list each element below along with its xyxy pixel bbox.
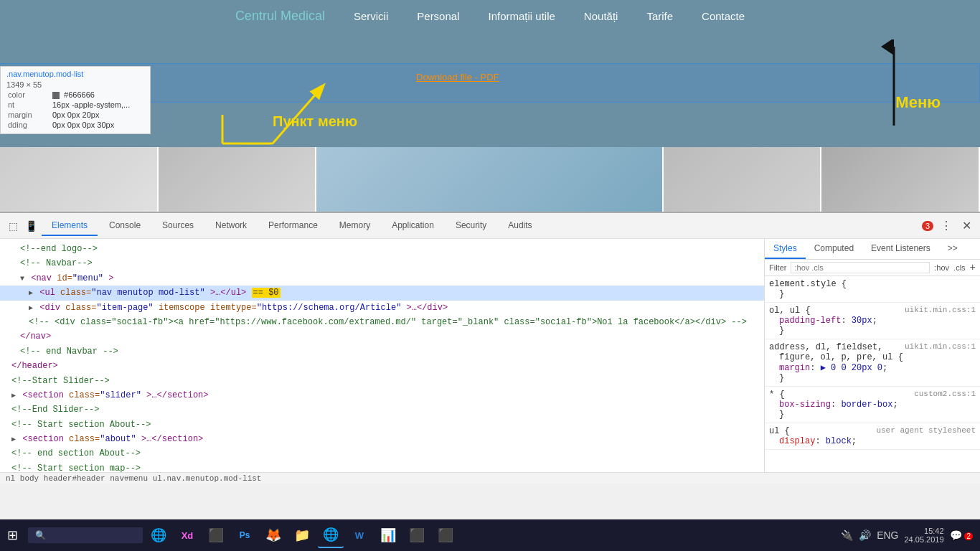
padding-value: 0px 0px 0px 30px xyxy=(52,121,130,129)
nav-item-servicii[interactable]: Servicii xyxy=(354,10,388,22)
tab-audits[interactable]: Audits xyxy=(498,216,542,236)
html-comment-navbar[interactable]: <!-- Navbar--> xyxy=(0,256,764,270)
html-comment-end-navbar[interactable]: <!-- end Navbar --> xyxy=(0,344,764,359)
taskbar-app-other[interactable]: ⬛ xyxy=(433,522,458,548)
inspect-icon[interactable]: ⬚ xyxy=(6,219,21,233)
taskbar-app-firefox[interactable]: 🦊 xyxy=(260,522,286,548)
devtools-main: <!--end logo--> <!-- Navbar--> <nav id="… xyxy=(0,239,980,472)
html-nav-close[interactable]: </nav> xyxy=(0,329,764,344)
taskbar-app-excel[interactable]: 📊 xyxy=(375,522,401,548)
style-rule-element: element.style { } xyxy=(765,276,980,303)
taskbar-app-xd[interactable]: Xd xyxy=(174,522,200,548)
slider-triangle[interactable] xyxy=(11,392,16,400)
slider-image-1 xyxy=(0,147,159,212)
style-prop-padding-left: padding-left: 30px; xyxy=(769,316,976,326)
nav-item-contacte[interactable]: Contacte xyxy=(702,10,745,22)
cls-button[interactable]: .cls xyxy=(953,263,966,272)
taskbar-notification-icon[interactable]: 💬 2 xyxy=(950,529,973,541)
slider-image-3 xyxy=(664,147,822,212)
annotation-punkt-menu: Пункт меню xyxy=(273,113,357,130)
styles-tab-more[interactable]: >> xyxy=(939,239,966,259)
taskbar-network-icon[interactable]: 🔌 xyxy=(841,529,853,541)
svg-line-0 xyxy=(273,86,323,143)
taskbar-lang-icon[interactable]: ENG xyxy=(877,529,898,541)
taskbar-app-files[interactable]: 📁 xyxy=(289,522,315,548)
taskbar-search-input[interactable] xyxy=(28,527,143,543)
nav-item-personal[interactable]: Personal xyxy=(417,10,459,22)
taskbar-app-chrome[interactable]: 🌐 xyxy=(318,522,344,548)
html-comment-end-about[interactable]: <!-- end section About--> xyxy=(0,446,764,461)
font-label: nt xyxy=(8,100,51,109)
styles-tab-event-listeners[interactable]: Event Listeners xyxy=(862,239,939,259)
tab-performance[interactable]: Performance xyxy=(258,216,328,236)
tab-application[interactable]: Application xyxy=(382,216,444,236)
html-ul-selected[interactable]: <ul class="nav menutop mod-list" >…</ul>… xyxy=(0,286,764,300)
website-slider xyxy=(0,147,980,212)
style-prop-margin: margin: ▶ 0 0 20px 0; xyxy=(769,362,976,373)
taskbar-app-calc[interactable]: ⬛ xyxy=(203,522,229,548)
taskbar-app-edge[interactable]: 🌐 xyxy=(146,522,171,548)
element-selector: .nav.menutop.mod-list xyxy=(6,70,144,78)
html-comment-end-logo[interactable]: <!--end logo--> xyxy=(0,242,764,256)
taskbar-volume-icon[interactable]: 🔊 xyxy=(859,529,871,541)
style-source-uikit1[interactable]: uikit.min.css:1 xyxy=(905,306,976,314)
hov-button[interactable]: :hov xyxy=(934,263,949,272)
tab-memory[interactable]: Memory xyxy=(329,216,380,236)
more-options-icon[interactable]: ⋮ xyxy=(938,217,955,234)
html-comment-start-slider[interactable]: <!--Start Slider--> xyxy=(0,374,764,388)
style-source-custom2[interactable]: custom2.css:1 xyxy=(914,390,976,398)
style-rule-ul-agent: ul { user agent stylesheet display: bloc… xyxy=(765,423,980,450)
html-nav-open[interactable]: <nav id="menu" > xyxy=(0,271,764,286)
nav-item-noutati[interactable]: Noutăți xyxy=(584,10,618,22)
tab-security[interactable]: Security xyxy=(446,216,496,236)
device-icon[interactable]: 📱 xyxy=(22,219,40,233)
styles-tab-computed[interactable]: Computed xyxy=(806,239,862,259)
download-link[interactable]: Download file - PDF xyxy=(416,72,499,83)
style-selector-ol-ul: ol, ul { uikit.min.css:1 xyxy=(769,306,976,316)
website-navbar: Centrul Medical Servicii Personal Inform… xyxy=(0,0,980,32)
taskbar-app-ps[interactable]: Ps xyxy=(232,522,258,548)
start-button[interactable]: ⊞ xyxy=(0,527,25,543)
nav-brand[interactable]: Centrul Medical xyxy=(235,9,325,24)
tab-console[interactable]: Console xyxy=(99,216,151,236)
margin-value: 0px 0px 20px xyxy=(52,110,130,119)
tab-sources[interactable]: Sources xyxy=(152,216,204,236)
margin-label: margin xyxy=(8,110,51,119)
annotation-menu-label: Меню xyxy=(895,93,941,112)
elements-panel[interactable]: <!--end logo--> <!-- Navbar--> <nav id="… xyxy=(0,239,765,472)
div-triangle[interactable] xyxy=(29,304,33,312)
nav-triangle[interactable] xyxy=(20,275,24,283)
taskbar-app-vscode[interactable]: ⬛ xyxy=(404,522,430,548)
html-comment-social-fb[interactable]: <!-- <div class="social-fb"><a href="htt… xyxy=(0,315,764,329)
tab-network[interactable]: Network xyxy=(205,216,257,236)
style-source-uikit2[interactable]: uikit.min.css:1 xyxy=(905,342,976,351)
html-comment-start-about[interactable]: <!-- Start section About--> xyxy=(0,418,764,432)
style-selector-star: * { custom2.css:1 xyxy=(769,390,976,400)
html-section-slider[interactable]: <section class="slider" >…</section> xyxy=(0,388,764,402)
styles-tab-styles[interactable]: Styles xyxy=(765,239,806,259)
style-selector-address: address, dl, fieldset, uikit.min.css:1 xyxy=(769,342,976,352)
tab-elements[interactable]: Elements xyxy=(42,216,98,236)
error-badge: 3 xyxy=(922,221,933,231)
devtools-toolbar-right: 3 ⋮ ✕ xyxy=(922,217,974,234)
style-rule-ol-ul-close: } xyxy=(769,326,976,336)
html-header-close[interactable]: </header> xyxy=(0,359,764,373)
styles-panel-header: Styles Computed Event Listeners >> xyxy=(765,239,980,260)
taskbar-clock[interactable]: 15:42 24.05.2019 xyxy=(904,527,943,544)
style-rule-address: address, dl, fieldset, uikit.min.css:1 f… xyxy=(765,339,980,387)
style-selector-ul-agent: ul { user agent stylesheet xyxy=(769,426,976,436)
style-source-agent: user agent stylesheet xyxy=(876,426,976,435)
about-triangle[interactable] xyxy=(11,435,16,443)
html-comment-start-map[interactable]: <!-- Start section map--> xyxy=(0,461,764,472)
nav-item-tarife[interactable]: Tarife xyxy=(646,10,673,22)
html-section-about[interactable]: <section class="about" >…</section> xyxy=(0,432,764,446)
html-comment-end-slider[interactable]: <!--End Slider--> xyxy=(0,402,764,417)
html-div-item-page[interactable]: <div class="item-page" itemscope itemtyp… xyxy=(0,301,764,315)
taskbar-app-word[interactable]: W xyxy=(347,522,372,548)
ul-triangle[interactable] xyxy=(29,289,33,297)
close-devtools-icon[interactable]: ✕ xyxy=(959,217,974,234)
nav-item-info[interactable]: Informații utile xyxy=(488,10,555,22)
add-style-button[interactable]: + xyxy=(970,262,976,273)
styles-filter-input[interactable] xyxy=(791,262,930,273)
style-rule-ol-ul: ol, ul { uikit.min.css:1 padding-left: 3… xyxy=(765,303,980,339)
